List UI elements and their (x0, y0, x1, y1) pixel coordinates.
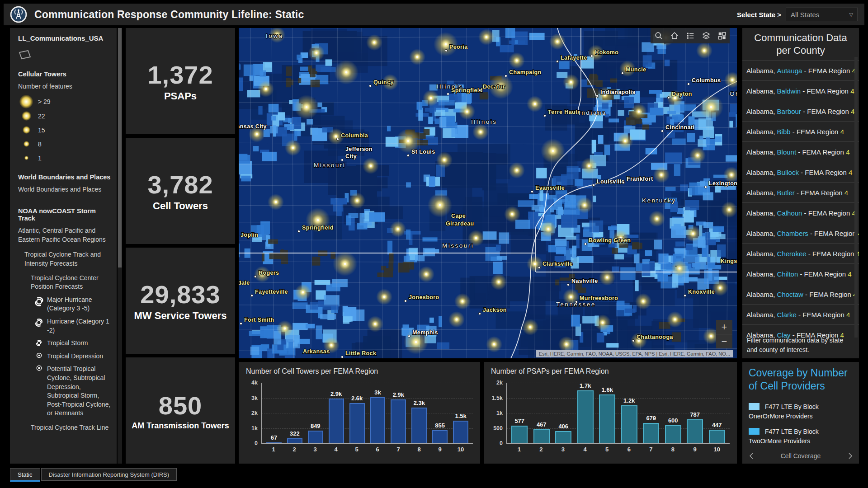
legend-size-label: 15 (38, 127, 45, 134)
county-list-item[interactable]: Alabama, Chilton - FEMA Region 4 (742, 263, 859, 284)
bar[interactable] (370, 397, 386, 443)
bar[interactable] (411, 408, 427, 443)
bar-slot: 467 (531, 383, 553, 443)
bar[interactable] (349, 403, 365, 443)
bar[interactable] (643, 423, 659, 443)
county-list-item[interactable]: Alabama, Chambers - FEMA Region 4 (742, 223, 859, 243)
x-tick-label: 6 (367, 446, 388, 453)
bar-value-label: 2.3k (406, 399, 432, 406)
bar-slot: 1.2k (618, 383, 641, 443)
bar[interactable] (665, 425, 681, 443)
stat-label: AM Transmission Towers (128, 421, 233, 431)
forecast-group-label: Tropical Cyclone Track and Intensity For… (24, 250, 114, 268)
feature-size-legend: > 29221581 (18, 95, 114, 164)
bar-value-label: 2.9k (385, 391, 411, 398)
county-state-label: Alabama, (746, 250, 777, 258)
svg-text:Evansville: Evansville (535, 185, 565, 191)
county-list-item[interactable]: Alabama, Baldwin - FEMA Region 4 (742, 80, 859, 101)
zoom-out-button[interactable]: − (716, 334, 732, 348)
bar[interactable] (599, 394, 615, 443)
bar-slot: 2.3k (409, 383, 429, 443)
next-page-arrow-icon[interactable] (842, 448, 859, 464)
x-tick-label: 9 (684, 446, 706, 453)
legend-scrollbar[interactable] (118, 28, 122, 464)
county-data-panel: Communication Data per County Alabama, A… (742, 28, 859, 358)
county-middle-label: - FEMA Region (801, 108, 851, 115)
coverage-panel-footer: Cell Coverage (742, 448, 859, 464)
coverage-map[interactable]: IowaPeoriaQuincyIllinoisSpringfieldDecat… (239, 28, 737, 358)
bar[interactable] (308, 431, 323, 443)
tab-static[interactable]: Static (10, 468, 40, 482)
map-panel[interactable]: IowaPeoriaQuincyIllinoisSpringfieldDecat… (239, 28, 737, 358)
bar[interactable] (432, 430, 448, 443)
state-dropdown[interactable]: All States ▽ (786, 8, 858, 21)
bar[interactable] (621, 405, 637, 443)
bar[interactable] (709, 430, 725, 443)
svg-text:Girardeau: Girardeau (446, 221, 474, 227)
legend-size-label: 1 (38, 155, 42, 162)
bar[interactable] (687, 419, 703, 443)
zoom-in-button[interactable]: + (716, 320, 732, 334)
bar[interactable] (329, 399, 344, 443)
header-right-group: Select State > All States ▽ (737, 8, 858, 21)
svg-text:Terre Haute: Terre Haute (548, 109, 581, 115)
svg-text:Springfield: Springfield (302, 225, 334, 231)
y-tick-label: 0 (500, 440, 503, 446)
fema-region-number: 4 (844, 189, 848, 197)
position-group-label: Tropical Cyclone Center Position Forecas… (31, 274, 114, 291)
legend-list-icon[interactable] (682, 28, 698, 43)
bar-slot: 406 (552, 383, 575, 443)
y-tick-label: 2k (251, 410, 258, 416)
county-list-item[interactable]: Alabama, Bullock - FEMA Region 4 (742, 162, 859, 182)
county-middle-label: - FEMA Region (795, 189, 844, 197)
home-icon[interactable] (666, 28, 682, 43)
county-middle-label: - FEMA Region (801, 87, 850, 95)
svg-text:Decatur: Decatur (483, 84, 505, 90)
bar[interactable] (453, 421, 468, 443)
coverage-panel: Coverage by Number of Cell Providers F47… (742, 362, 859, 464)
county-list-item[interactable]: Alabama, Cherokee - FEMA Region 4 (742, 243, 859, 263)
stat-value: 29,833 (140, 280, 220, 309)
county-list-scrollbar[interactable] (854, 57, 858, 338)
map-zoom-controls: + − (716, 320, 732, 348)
county-list-item[interactable]: Alabama, Butler - FEMA Region 4 (742, 182, 859, 202)
bar[interactable] (511, 426, 528, 443)
county-list-item[interactable]: Alabama, Bibb - FEMA Region 4 (742, 121, 859, 141)
bar[interactable] (287, 438, 302, 443)
svg-text:Knoxville: Knoxville (688, 289, 715, 295)
county-list-item[interactable]: Alabama, Choctaw - FEMA Region 4 (742, 284, 859, 304)
bar[interactable] (577, 390, 594, 443)
svg-text:Muncie: Muncie (626, 66, 646, 73)
county-state-label: Alabama, (746, 291, 777, 298)
legend-scrollbar-thumb[interactable] (118, 28, 122, 267)
bar[interactable] (533, 429, 550, 443)
svg-text:Lexington: Lexington (709, 180, 737, 187)
bar[interactable] (266, 442, 282, 443)
storm-legend-item: Potential Tropical Cyclone, Subtropical … (31, 365, 114, 418)
radio-tower-logo-icon (10, 6, 27, 23)
county-list-item[interactable]: Alabama, Clarke - FEMA Region 4 (742, 304, 859, 324)
county-list-item[interactable]: Alabama, Barbour - FEMA Region 4 (742, 101, 859, 121)
svg-text:Columbia: Columbia (341, 132, 368, 139)
bar[interactable] (555, 431, 571, 443)
layers-icon[interactable] (698, 28, 714, 43)
coverage-legend: F477 LTE By Block OnerOrMore ProvidersF4… (749, 402, 853, 446)
county-list-item[interactable]: Alabama, Autauga - FEMA Region 4 (742, 60, 859, 80)
tab-dirs[interactable]: Disaster Information Reporting System (D… (41, 468, 177, 481)
bar[interactable] (391, 399, 406, 443)
county-middle-label: - FEMA Region (802, 67, 852, 75)
coverage-panel-title: Coverage by Number of Cell Providers (749, 366, 853, 393)
legend-size-label: > 29 (38, 98, 51, 105)
county-list-item[interactable]: Alabama, Blount - FEMA Region 4 (742, 141, 859, 162)
county-state-label: Alabama, (746, 230, 777, 237)
bar-slot: 679 (640, 383, 662, 443)
bar-slot: 1.6k (596, 383, 618, 443)
legend-panel: LL_Communications_USA Cellular Towers Nu… (10, 28, 117, 464)
county-list-item[interactable]: Alabama, Calhoun - FEMA Region 4 (742, 202, 859, 223)
previous-page-arrow-icon[interactable] (742, 448, 760, 464)
world-boundaries-item: World Boundaries and Places (18, 185, 114, 194)
svg-text:Iowa: Iowa (266, 33, 283, 39)
search-icon[interactable] (651, 28, 666, 43)
basemap-gallery-icon[interactable] (714, 28, 730, 43)
county-name: Autauga (777, 67, 802, 75)
